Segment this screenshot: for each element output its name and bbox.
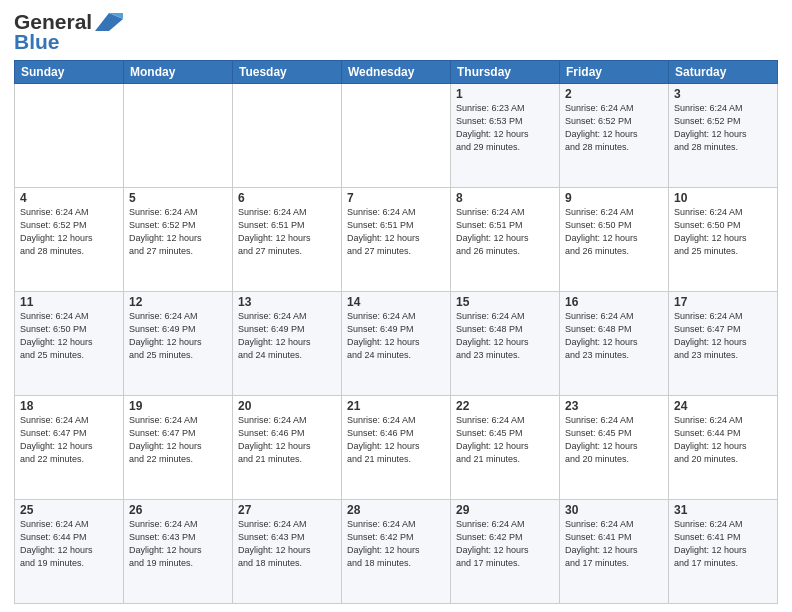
calendar-cell <box>15 84 124 188</box>
day-number: 9 <box>565 191 663 205</box>
day-number: 23 <box>565 399 663 413</box>
calendar-week-1: 1Sunrise: 6:23 AM Sunset: 6:53 PM Daylig… <box>15 84 778 188</box>
day-info: Sunrise: 6:24 AM Sunset: 6:48 PM Dayligh… <box>565 310 663 362</box>
col-sunday: Sunday <box>15 61 124 84</box>
day-info: Sunrise: 6:24 AM Sunset: 6:42 PM Dayligh… <box>347 518 445 570</box>
day-info: Sunrise: 6:24 AM Sunset: 6:50 PM Dayligh… <box>674 206 772 258</box>
calendar-cell: 7Sunrise: 6:24 AM Sunset: 6:51 PM Daylig… <box>342 188 451 292</box>
calendar-cell: 17Sunrise: 6:24 AM Sunset: 6:47 PM Dayli… <box>669 292 778 396</box>
calendar-cell: 26Sunrise: 6:24 AM Sunset: 6:43 PM Dayli… <box>124 500 233 604</box>
day-info: Sunrise: 6:23 AM Sunset: 6:53 PM Dayligh… <box>456 102 554 154</box>
calendar-cell: 8Sunrise: 6:24 AM Sunset: 6:51 PM Daylig… <box>451 188 560 292</box>
logo: General Blue <box>14 10 123 54</box>
day-number: 5 <box>129 191 227 205</box>
day-info: Sunrise: 6:24 AM Sunset: 6:52 PM Dayligh… <box>674 102 772 154</box>
col-tuesday: Tuesday <box>233 61 342 84</box>
day-number: 29 <box>456 503 554 517</box>
day-number: 1 <box>456 87 554 101</box>
day-number: 21 <box>347 399 445 413</box>
day-number: 6 <box>238 191 336 205</box>
calendar-cell: 27Sunrise: 6:24 AM Sunset: 6:43 PM Dayli… <box>233 500 342 604</box>
day-number: 22 <box>456 399 554 413</box>
calendar-cell: 2Sunrise: 6:24 AM Sunset: 6:52 PM Daylig… <box>560 84 669 188</box>
day-info: Sunrise: 6:24 AM Sunset: 6:41 PM Dayligh… <box>565 518 663 570</box>
calendar-cell <box>124 84 233 188</box>
calendar-week-5: 25Sunrise: 6:24 AM Sunset: 6:44 PM Dayli… <box>15 500 778 604</box>
day-number: 28 <box>347 503 445 517</box>
day-info: Sunrise: 6:24 AM Sunset: 6:50 PM Dayligh… <box>565 206 663 258</box>
day-number: 8 <box>456 191 554 205</box>
day-number: 17 <box>674 295 772 309</box>
calendar-cell: 15Sunrise: 6:24 AM Sunset: 6:48 PM Dayli… <box>451 292 560 396</box>
calendar-cell: 16Sunrise: 6:24 AM Sunset: 6:48 PM Dayli… <box>560 292 669 396</box>
calendar-cell: 21Sunrise: 6:24 AM Sunset: 6:46 PM Dayli… <box>342 396 451 500</box>
day-number: 19 <box>129 399 227 413</box>
calendar-cell: 10Sunrise: 6:24 AM Sunset: 6:50 PM Dayli… <box>669 188 778 292</box>
day-info: Sunrise: 6:24 AM Sunset: 6:47 PM Dayligh… <box>129 414 227 466</box>
day-info: Sunrise: 6:24 AM Sunset: 6:52 PM Dayligh… <box>20 206 118 258</box>
day-info: Sunrise: 6:24 AM Sunset: 6:47 PM Dayligh… <box>674 310 772 362</box>
day-number: 13 <box>238 295 336 309</box>
calendar-cell: 29Sunrise: 6:24 AM Sunset: 6:42 PM Dayli… <box>451 500 560 604</box>
calendar-table: Sunday Monday Tuesday Wednesday Thursday… <box>14 60 778 604</box>
day-info: Sunrise: 6:24 AM Sunset: 6:51 PM Dayligh… <box>238 206 336 258</box>
calendar-cell: 6Sunrise: 6:24 AM Sunset: 6:51 PM Daylig… <box>233 188 342 292</box>
day-info: Sunrise: 6:24 AM Sunset: 6:52 PM Dayligh… <box>565 102 663 154</box>
col-friday: Friday <box>560 61 669 84</box>
calendar-cell: 3Sunrise: 6:24 AM Sunset: 6:52 PM Daylig… <box>669 84 778 188</box>
day-number: 7 <box>347 191 445 205</box>
calendar-week-4: 18Sunrise: 6:24 AM Sunset: 6:47 PM Dayli… <box>15 396 778 500</box>
calendar-cell: 20Sunrise: 6:24 AM Sunset: 6:46 PM Dayli… <box>233 396 342 500</box>
calendar-cell: 19Sunrise: 6:24 AM Sunset: 6:47 PM Dayli… <box>124 396 233 500</box>
main-container: General Blue Sunday Monday Tuesday Wedne… <box>0 0 792 612</box>
day-number: 20 <box>238 399 336 413</box>
header: General Blue <box>14 10 778 54</box>
day-number: 25 <box>20 503 118 517</box>
col-wednesday: Wednesday <box>342 61 451 84</box>
calendar-cell: 12Sunrise: 6:24 AM Sunset: 6:49 PM Dayli… <box>124 292 233 396</box>
day-number: 14 <box>347 295 445 309</box>
day-info: Sunrise: 6:24 AM Sunset: 6:43 PM Dayligh… <box>129 518 227 570</box>
calendar-cell: 24Sunrise: 6:24 AM Sunset: 6:44 PM Dayli… <box>669 396 778 500</box>
day-info: Sunrise: 6:24 AM Sunset: 6:52 PM Dayligh… <box>129 206 227 258</box>
day-info: Sunrise: 6:24 AM Sunset: 6:50 PM Dayligh… <box>20 310 118 362</box>
day-info: Sunrise: 6:24 AM Sunset: 6:44 PM Dayligh… <box>674 414 772 466</box>
calendar-cell: 1Sunrise: 6:23 AM Sunset: 6:53 PM Daylig… <box>451 84 560 188</box>
day-info: Sunrise: 6:24 AM Sunset: 6:48 PM Dayligh… <box>456 310 554 362</box>
day-info: Sunrise: 6:24 AM Sunset: 6:49 PM Dayligh… <box>238 310 336 362</box>
calendar-cell: 23Sunrise: 6:24 AM Sunset: 6:45 PM Dayli… <box>560 396 669 500</box>
day-info: Sunrise: 6:24 AM Sunset: 6:45 PM Dayligh… <box>565 414 663 466</box>
day-info: Sunrise: 6:24 AM Sunset: 6:41 PM Dayligh… <box>674 518 772 570</box>
day-info: Sunrise: 6:24 AM Sunset: 6:49 PM Dayligh… <box>347 310 445 362</box>
day-info: Sunrise: 6:24 AM Sunset: 6:46 PM Dayligh… <box>238 414 336 466</box>
calendar-cell: 22Sunrise: 6:24 AM Sunset: 6:45 PM Dayli… <box>451 396 560 500</box>
calendar-cell: 28Sunrise: 6:24 AM Sunset: 6:42 PM Dayli… <box>342 500 451 604</box>
calendar-cell: 4Sunrise: 6:24 AM Sunset: 6:52 PM Daylig… <box>15 188 124 292</box>
calendar-cell <box>233 84 342 188</box>
day-number: 3 <box>674 87 772 101</box>
day-number: 24 <box>674 399 772 413</box>
day-info: Sunrise: 6:24 AM Sunset: 6:51 PM Dayligh… <box>347 206 445 258</box>
day-info: Sunrise: 6:24 AM Sunset: 6:42 PM Dayligh… <box>456 518 554 570</box>
day-info: Sunrise: 6:24 AM Sunset: 6:46 PM Dayligh… <box>347 414 445 466</box>
day-info: Sunrise: 6:24 AM Sunset: 6:47 PM Dayligh… <box>20 414 118 466</box>
col-monday: Monday <box>124 61 233 84</box>
day-number: 18 <box>20 399 118 413</box>
day-info: Sunrise: 6:24 AM Sunset: 6:49 PM Dayligh… <box>129 310 227 362</box>
calendar-cell: 18Sunrise: 6:24 AM Sunset: 6:47 PM Dayli… <box>15 396 124 500</box>
day-number: 26 <box>129 503 227 517</box>
calendar-cell: 9Sunrise: 6:24 AM Sunset: 6:50 PM Daylig… <box>560 188 669 292</box>
day-info: Sunrise: 6:24 AM Sunset: 6:43 PM Dayligh… <box>238 518 336 570</box>
day-number: 30 <box>565 503 663 517</box>
calendar-cell: 31Sunrise: 6:24 AM Sunset: 6:41 PM Dayli… <box>669 500 778 604</box>
logo-icon <box>95 13 123 31</box>
day-number: 10 <box>674 191 772 205</box>
day-number: 16 <box>565 295 663 309</box>
day-info: Sunrise: 6:24 AM Sunset: 6:44 PM Dayligh… <box>20 518 118 570</box>
col-saturday: Saturday <box>669 61 778 84</box>
calendar-week-3: 11Sunrise: 6:24 AM Sunset: 6:50 PM Dayli… <box>15 292 778 396</box>
calendar-cell: 30Sunrise: 6:24 AM Sunset: 6:41 PM Dayli… <box>560 500 669 604</box>
calendar-cell: 5Sunrise: 6:24 AM Sunset: 6:52 PM Daylig… <box>124 188 233 292</box>
day-number: 27 <box>238 503 336 517</box>
day-info: Sunrise: 6:24 AM Sunset: 6:45 PM Dayligh… <box>456 414 554 466</box>
